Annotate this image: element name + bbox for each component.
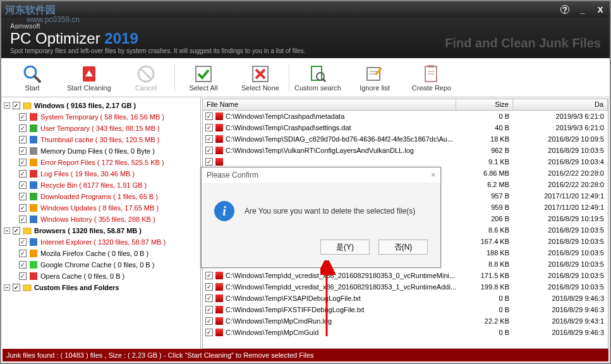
start-cleaning-button[interactable]: Start Cleaning [61,59,118,96]
checkbox[interactable]: ✓ [19,170,27,178]
checkbox[interactable]: ✓ [19,181,27,189]
select-all-button[interactable]: Select All [175,59,232,96]
checkbox[interactable]: ✓ [19,238,27,246]
file-date: 2016/8/29 10:19:5 [513,215,608,222]
checkbox[interactable]: ✓ [19,147,27,155]
close-icon[interactable]: X [596,5,605,14]
custom-search-button[interactable]: Custom search [289,59,346,96]
svg-rect-18 [30,113,37,121]
checkbox[interactable]: ✓ [205,112,213,120]
svg-line-1 [35,76,40,82]
checkbox[interactable]: ✓ [19,124,27,132]
tree-item[interactable]: ✓User Temporary ( 343 files, 88.15 MB ) [4,123,198,134]
table-row[interactable]: ✓C:\Windows\Temp\Crashpad\settings.dat40… [203,122,608,133]
checkbox[interactable]: ✓ [205,158,213,166]
checkbox[interactable]: ✓ [205,124,213,131]
dialog-no-button[interactable]: 否(N) [378,240,428,255]
svg-rect-17 [23,103,31,109]
checkbox[interactable]: ✓ [19,250,27,257]
tree-item[interactable]: ✓Downloaded Programs ( 1 files, 65 B ) [4,191,198,202]
file-name: C:\Windows\Temp\Crashpad\metadata [226,112,344,120]
expander-icon[interactable]: − [4,102,10,109]
tree-item[interactable]: ✓Google Chrome Cache ( 0 files, 0 B ) [4,259,198,270]
file-size: 171.5 KB [456,272,513,279]
svg-rect-21 [30,147,37,155]
table-row[interactable]: ✓C:\Windows\Temp\FXSAPIDebugLogFile.txt0… [203,293,608,304]
checkbox[interactable]: ✓ [205,283,213,291]
table-row[interactable]: ✓C:\Windows\Temp\VulkanRT\ConfigLayersAn… [203,145,608,156]
col-date[interactable]: Da [513,99,608,110]
tree-item[interactable]: ✓Windows Updates ( 8 files, 17.65 MB ) [4,202,198,214]
category-icon [29,192,38,201]
file-size: 0 B [456,329,513,336]
tree-item[interactable]: ✓Log Files ( 19 files, 30.46 MB ) [4,168,198,179]
checkbox[interactable]: ✓ [205,147,213,154]
table-row[interactable]: ✓9.1 KB2016/8/29 10:03:4 [203,156,608,167]
checkbox[interactable]: ✓ [19,204,27,212]
checkbox[interactable]: ✓ [205,329,213,336]
tree-item[interactable]: ✓Opera Cache ( 0 files, 0 B ) [4,270,198,282]
tree-item[interactable]: ✓Thumbnail cache ( 30 files, 120.5 MB ) [4,134,198,145]
file-size: 18 KB [456,135,513,143]
file-icon [215,306,223,313]
table-row[interactable]: ✓C:\Windows\Temp\dd_vcredist_x86_2016082… [203,281,608,293]
help-icon[interactable]: ? [560,5,569,14]
file-icon [215,272,223,279]
col-filename[interactable]: File Name [203,99,456,110]
file-size: 9.1 KB [456,158,513,166]
tree-item-label: Thumbnail cache ( 30 files, 120.5 MB ) [40,136,159,143]
tree-item[interactable]: ✓Error Report Files ( 172 files, 525.5 K… [4,157,198,168]
status-bar: Junk files found : ( 10483 ) files , Siz… [3,349,608,361]
dialog-yes-button[interactable]: 是(Y) [320,240,370,255]
checkbox[interactable]: ✓ [19,159,27,166]
dialog-close-icon[interactable]: × [431,171,435,179]
file-name: C:\Windows\Temp\dd_vcredist_x86_20160829… [226,283,456,291]
file-name: C:\Windows\Temp\Crashpad\settings.dat [226,124,351,131]
banner-right: Find and Clean Junk Files [445,36,601,51]
tree-group[interactable]: −✓Windows ( 9163 files, 2.17 GB ) [4,100,198,111]
start-button[interactable]: Start [4,59,61,96]
create-report-button[interactable]: Create Repo [403,59,460,96]
file-icon [215,317,223,325]
checkbox[interactable]: ✓ [19,193,27,200]
table-row[interactable]: ✓C:\Windows\Temp\Crashpad\metadata0 B201… [203,111,608,122]
checkbox[interactable]: ✓ [19,215,27,223]
checkbox[interactable]: ✓ [13,227,20,234]
checkbox[interactable]: ✓ [205,294,213,302]
expander-icon[interactable]: − [4,228,10,234]
tree-pane[interactable]: −✓Windows ( 9163 files, 2.17 GB )✓System… [1,97,201,350]
banner-title: PC Optimizer 2019 [10,30,305,47]
table-row[interactable]: ✓C:\Windows\Temp\dd_vcredist_x86_2016082… [203,270,608,281]
tree-group[interactable]: −✓Browsers ( 1320 files, 58.87 MB ) [4,225,198,236]
tree-item[interactable]: ✓Internet Explorer ( 1320 files, 58.87 M… [4,236,198,248]
checkbox[interactable]: ✓ [205,306,213,313]
svg-rect-27 [30,215,37,223]
table-row[interactable]: ✓C:\Windows\Temp\FXSTIFFDebugLogFile.txt… [203,304,608,315]
tree-item[interactable]: ✓Mozila Firefox Cache ( 0 files, 0 B ) [4,248,198,259]
checkbox[interactable]: ✓ [19,261,27,269]
svg-rect-32 [30,272,37,280]
tree-item[interactable]: ✓Recycle Bin ( 8177 files, 1.91 GB ) [4,179,198,191]
checkbox[interactable]: ✓ [205,317,213,325]
table-row[interactable]: ✓C:\Windows\Temp\SDIAG_c829d70d-bd76-463… [203,133,608,145]
file-date: 2016/8/29 9:46:3 [513,306,608,313]
tree-item[interactable]: ✓Memory Dump Files ( 0 files, 0 Byte ) [4,145,198,157]
checkbox[interactable]: ✓ [19,136,27,143]
select-none-button[interactable]: Select None [232,59,289,96]
checkbox[interactable]: ✓ [205,135,213,143]
expander-icon[interactable]: − [4,284,10,291]
tree-group[interactable]: −✓Custom Files and Folders [4,282,198,293]
grid-header: File Name Size Da [203,99,608,111]
tree-item[interactable]: ✓System Temporary ( 58 files, 16.56 MB ) [4,111,198,123]
checkbox[interactable]: ✓ [19,113,27,121]
checkbox[interactable]: ✓ [13,284,20,291]
checkbox[interactable]: ✓ [205,272,213,279]
tree-item[interactable]: ✓Windows History ( 355 files, 288 KB ) [4,214,198,225]
checkbox[interactable]: ✓ [19,272,27,280]
checkbox[interactable]: ✓ [13,102,20,109]
table-row[interactable]: ✓C:\Windows\Temp\MpCmdRun.log22.2 KB2016… [203,315,608,327]
col-size[interactable]: Size [456,99,513,110]
table-row[interactable]: ✓C:\Windows\Temp\MpCmGuid0 B2016/8/29 9:… [203,327,608,338]
ignore-list-button[interactable]: Ignore list [346,59,403,96]
minimize-icon[interactable]: _ [578,5,587,14]
